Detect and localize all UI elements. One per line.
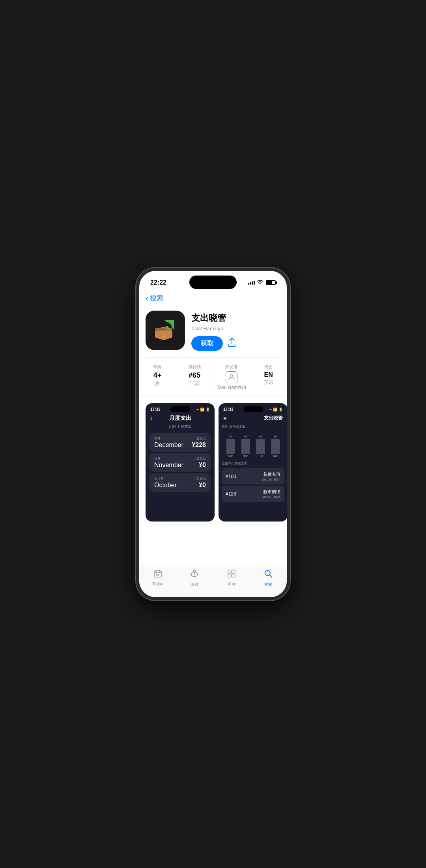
sc-nov-label-left: 上月 <box>154 456 161 461</box>
sc-right-status: 17:33 ··· 📶 🔋 <box>219 403 287 413</box>
metadata-rank: 排行榜 #65 工具 <box>176 362 213 392</box>
app-header: 支出晓管 Talal Hamziya 获取 <box>139 307 287 357</box>
svg-rect-9 <box>154 571 161 577</box>
sc-december-name: December <box>154 441 183 449</box>
screenshots-container: 17:33 ··· 📶 🔋 ‹ 月度支出 近3个月的支出 <box>139 403 287 522</box>
metadata-age: 年龄 4+ 岁 <box>139 362 176 392</box>
sc-menu-icon: ≡ <box>223 415 226 421</box>
get-button[interactable]: 获取 <box>191 336 223 351</box>
sc-november-name: November <box>154 462 183 469</box>
sc-right-status-icons: ··· 📶 🔋 <box>269 408 283 412</box>
sc-october-name: October <box>154 482 177 489</box>
sc-tx1-date: Dec 28, 2024 <box>262 478 280 481</box>
sc-tx1-amount: ¥100 <box>226 474 236 479</box>
sc-right-time: 17:33 <box>223 407 234 412</box>
games-icon <box>190 569 199 580</box>
tab-search[interactable]: 搜索 <box>256 569 280 587</box>
bar-sun-day: Sun <box>228 454 233 457</box>
sc-right-island <box>243 406 263 412</box>
svg-point-4 <box>163 336 164 337</box>
metadata-row: 年龄 4+ 岁 排行榜 #65 工具 开发者 Talal Hamziya <box>139 358 287 397</box>
app-actions: 获取 <box>191 336 280 351</box>
sc-chart-title: 最近7天的总支出： <box>222 425 284 429</box>
bar-tue-label: ¥0 <box>259 435 262 438</box>
chevron-left-icon: ‹ <box>146 294 148 303</box>
sc-month-december: 本月 总支出 December ¥228 <box>149 433 211 452</box>
today-label: Today <box>152 582 163 586</box>
bar-mon-label: ¥0 <box>244 435 247 438</box>
svg-point-16 <box>194 574 195 575</box>
app-info: 支出晓管 Talal Hamziya 获取 <box>191 311 280 351</box>
wifi-icon <box>257 280 263 286</box>
sc-chart-section: 最近7天的总支出： ¥0 Sun ¥0 Mon <box>219 423 287 459</box>
app-name: 支出晓管 <box>191 312 280 324</box>
sc-dec-label-left: 本月 <box>154 436 161 441</box>
screenshots-section: 17:33 ··· 📶 🔋 ‹ 月度支出 近3个月的支出 <box>139 397 287 522</box>
status-time: 22:22 <box>150 279 166 286</box>
apps-label: App <box>228 582 235 586</box>
back-button[interactable]: ‹ 搜索 <box>139 292 287 307</box>
share-button[interactable] <box>228 338 236 350</box>
age-value: 4+ <box>153 371 162 380</box>
sc-oct-label-left: 上上月 <box>154 477 164 481</box>
lang-value: EN <box>264 371 273 378</box>
screenshot-right: 17:33 ··· 📶 🔋 ≡ 支出晓管 <box>219 403 287 522</box>
sc-tx2-date: Dec 27, 2024 <box>262 495 280 499</box>
svg-rect-19 <box>228 574 231 577</box>
sc-tx2-info: 超市购物 Dec 27, 2024 <box>262 489 280 499</box>
tab-bar: Today 游戏 App 搜索 <box>139 565 287 597</box>
tab-apps[interactable]: App <box>220 569 243 586</box>
dev-label: 开发者 <box>225 364 238 370</box>
bar-wed-label: ¥0 <box>274 435 277 438</box>
today-icon <box>153 569 162 580</box>
content-area: ‹ 搜索 <box>139 292 287 571</box>
developer-icon <box>226 371 237 383</box>
apps-icon <box>227 569 236 580</box>
sc-subtitle: 近3个月的支出 <box>146 423 215 432</box>
sc-transaction-2: ¥128 超市购物 Dec 27, 2024 <box>222 486 284 502</box>
bar-wed <box>271 439 280 454</box>
signal-bars-icon <box>248 281 255 285</box>
svg-rect-20 <box>232 574 235 577</box>
svg-line-22 <box>270 575 272 577</box>
app-developer: Talal Hamziya <box>191 326 280 332</box>
bar-tue-day: Tue <box>258 454 263 457</box>
sc-october-amount: ¥0 <box>199 482 206 489</box>
sc-past30-title: 过去30天的总支出： <box>219 459 287 467</box>
tab-games[interactable]: 游戏 <box>183 569 206 587</box>
age-sub: 岁 <box>155 380 160 387</box>
sc-left-title: 月度支出 <box>169 415 191 422</box>
sc-left-nav: ‹ 月度支出 <box>146 413 215 423</box>
app-icon-image <box>149 315 181 346</box>
back-label: 搜索 <box>150 294 163 303</box>
lang-sub: 英语 <box>264 379 273 386</box>
tab-today[interactable]: Today <box>146 569 170 586</box>
sc-transaction-1: ¥100 花费充值 Dec 28, 2024 <box>222 468 284 484</box>
lang-label: 语言 <box>264 364 273 370</box>
status-icons <box>248 280 276 286</box>
search-icon <box>264 569 273 580</box>
bar-mon-day: Mon <box>243 454 248 457</box>
search-label: 搜索 <box>264 582 272 587</box>
sc-left-status-icons: ··· 📶 🔋 <box>196 408 210 412</box>
dynamic-island <box>189 276 237 289</box>
sc-dec-label-right: 总支出 <box>196 436 206 441</box>
games-label: 游戏 <box>191 582 198 587</box>
sc-tx1-info: 花费充值 Dec 28, 2024 <box>262 471 280 481</box>
person-icon <box>228 374 235 380</box>
age-label: 年龄 <box>153 364 162 370</box>
sc-right-title: 支出晓管 <box>264 415 283 421</box>
sc-december-amount: ¥228 <box>192 441 206 449</box>
battery-icon <box>266 280 276 285</box>
app-icon <box>146 311 185 350</box>
rank-sub: 工具 <box>190 380 199 387</box>
metadata-language: 语言 EN 英语 <box>250 362 287 392</box>
sc-tx1-name: 花费充值 <box>262 471 280 477</box>
sc-month-october: 上上月 总支出 October ¥0 <box>149 473 211 492</box>
phone-frame: 22:22 ‹ 搜索 <box>136 268 290 600</box>
svg-point-8 <box>230 375 233 378</box>
svg-rect-17 <box>228 570 231 573</box>
sc-month-november: 上月 总支出 November ¥0 <box>149 453 211 472</box>
sc-nov-label-right: 总支出 <box>196 456 206 461</box>
sc-back-icon: ‹ <box>150 415 152 422</box>
